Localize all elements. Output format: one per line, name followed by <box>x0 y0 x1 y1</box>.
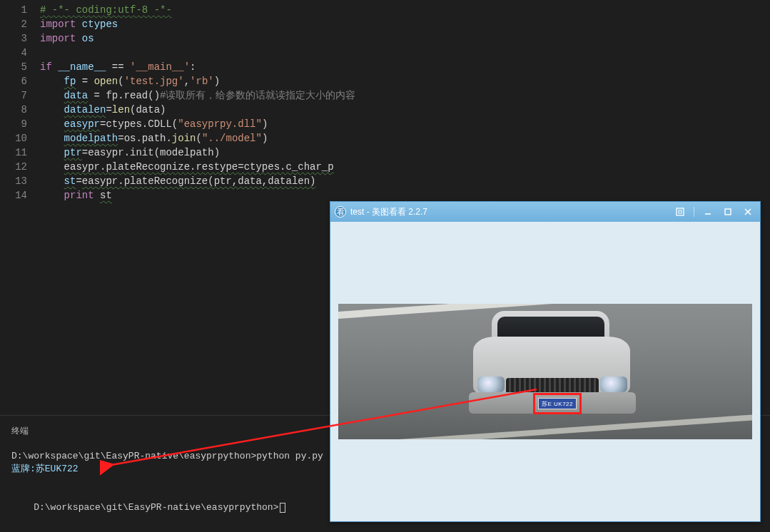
app-icon: 看 <box>335 206 346 218</box>
line-number: 13 <box>0 174 27 188</box>
license-plate-detection-box: 苏E UK722 <box>533 393 582 414</box>
line-number: 14 <box>0 188 27 203</box>
line-number: 1 <box>0 3 27 17</box>
close-button[interactable] <box>740 205 756 218</box>
code-line[interactable]: st=easypr.plateRecognize(ptr,data,datale… <box>40 174 770 188</box>
code-line[interactable]: easypr=ctypes.CDLL("easyprpy.dll") <box>40 117 770 131</box>
svg-rect-2 <box>679 210 682 213</box>
image-viewer-titlebar[interactable]: 看 test - 美图看看 2.2.7 <box>330 202 760 222</box>
code-line[interactable]: data = fp.read()#读取所有，给参数的话就读指定大小的内容 <box>40 88 770 103</box>
line-number: 11 <box>0 145 27 160</box>
titlebar-separator <box>694 207 694 217</box>
line-number: 7 <box>0 88 27 103</box>
line-number: 9 <box>0 117 27 131</box>
code-line[interactable]: if __name__ == '__main__': <box>40 60 770 74</box>
svg-rect-4 <box>725 209 731 215</box>
line-number: 8 <box>0 103 27 117</box>
fullscreen-button[interactable] <box>672 205 688 218</box>
line-number: 5 <box>0 60 27 74</box>
code-line[interactable]: print st <box>40 188 770 203</box>
line-number-gutter: 1234567891011121314 <box>0 0 40 415</box>
code-line[interactable]: ptr=easypr.init(modelpath) <box>40 145 770 160</box>
code-line[interactable]: # -*- coding:utf-8 -*- <box>40 3 770 17</box>
line-number: 4 <box>0 46 27 60</box>
code-line[interactable]: modelpath=os.path.join("../model") <box>40 131 770 145</box>
line-number: 6 <box>0 74 27 88</box>
code-line[interactable] <box>40 46 770 60</box>
window-title: test - 美图看看 2.2.7 <box>350 206 668 218</box>
test-image: 苏E UK722 <box>338 304 752 439</box>
image-viewer-content[interactable]: 苏E UK722 <box>330 222 760 521</box>
license-plate: 苏E UK722 <box>538 398 577 409</box>
line-number: 3 <box>0 31 27 46</box>
code-line[interactable]: fp = open('test.jpg','rb') <box>40 74 770 88</box>
minimize-button[interactable] <box>700 205 716 218</box>
line-number: 2 <box>0 17 27 31</box>
terminal-prompt: D:\workspace\git\EasyPR-native\easyprpyt… <box>34 502 278 513</box>
car-illustration: 苏E UK722 <box>463 311 642 418</box>
code-line[interactable]: import ctypes <box>40 17 770 31</box>
code-line[interactable]: easypr.plateRecognize.restype=ctypes.c_c… <box>40 160 770 174</box>
line-number: 12 <box>0 160 27 174</box>
svg-rect-1 <box>677 208 684 215</box>
code-line[interactable]: datalen=len(data) <box>40 103 770 117</box>
maximize-button[interactable] <box>720 205 736 218</box>
image-viewer-window[interactable]: 看 test - 美图看看 2.2.7 <box>330 201 761 522</box>
line-number: 10 <box>0 131 27 145</box>
code-line[interactable]: import os <box>40 31 770 46</box>
terminal-cursor <box>280 503 285 513</box>
